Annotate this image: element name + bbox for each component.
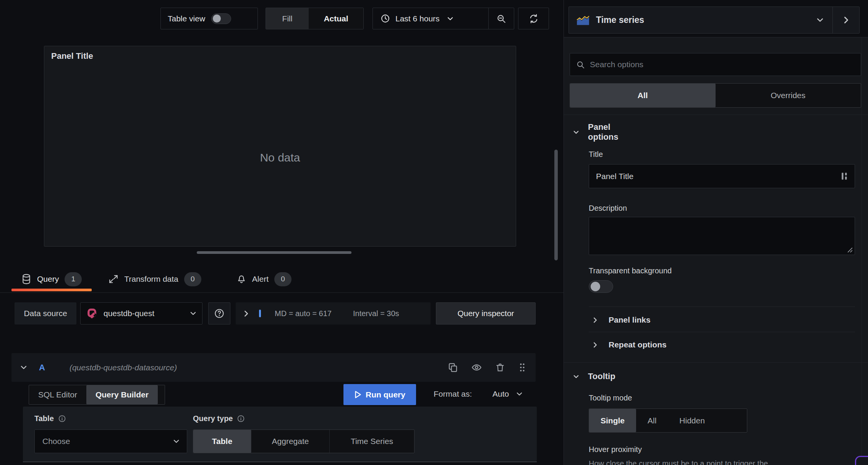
actual-option[interactable]: Actual — [309, 8, 363, 29]
toggle-knob — [213, 15, 221, 23]
tooltip-mode-hidden[interactable]: Hidden — [668, 409, 716, 432]
divider — [564, 115, 868, 115]
options-search-input[interactable] — [590, 60, 855, 69]
time-range-label: Last 6 hours — [395, 14, 440, 23]
info-icon — [58, 415, 66, 423]
filter-all-tab[interactable]: All — [570, 84, 716, 107]
collapse-pane-button[interactable] — [832, 7, 859, 33]
tabs-divider — [0, 292, 564, 293]
query-ref-id: A — [39, 363, 45, 373]
query-builder-option[interactable]: Query Builder — [86, 385, 158, 404]
interval-text: Interval = 30s — [353, 309, 399, 318]
datasource-label: Data source — [15, 302, 76, 325]
panel-preview-title: Panel Title — [51, 51, 93, 61]
query-options-cursor — [259, 310, 261, 317]
tooltip-mode-all[interactable]: All — [636, 409, 668, 432]
sql-editor-option[interactable]: SQL Editor — [29, 385, 86, 404]
database-icon — [21, 274, 31, 284]
duplicate-query-icon[interactable] — [448, 362, 458, 373]
tooltip-heading: Tooltip — [588, 371, 615, 381]
chevron-down-icon — [190, 312, 196, 315]
chevron-down-icon[interactable] — [21, 365, 27, 370]
tab-transform-label: Transform data — [124, 274, 178, 284]
query-inspector-button[interactable]: Query inspector — [436, 302, 536, 325]
horizontal-scrollbar[interactable] — [197, 251, 351, 254]
chevron-down-icon — [173, 439, 179, 443]
chevron-right-icon — [593, 342, 597, 348]
chevron-right-icon — [593, 317, 597, 323]
chevron-down-icon — [573, 131, 579, 134]
title-field-label: Title — [589, 150, 603, 159]
panel-title-field[interactable] — [589, 164, 855, 188]
search-icon — [576, 60, 585, 69]
editor-tabs: Query 1 Transform data 0 Alert 0 — [11, 267, 301, 291]
table-field-label-row: Table — [34, 414, 66, 423]
chevron-down-icon[interactable] — [517, 392, 522, 396]
section-divider — [23, 461, 537, 462]
suggestions-icon[interactable] — [840, 172, 849, 181]
tab-alert[interactable]: Alert 0 — [227, 267, 301, 291]
drag-handle-icon[interactable] — [518, 362, 526, 373]
query-row-header[interactable]: A (questdb-questdb-datasource) — [11, 353, 536, 382]
format-as-label: Format as: — [434, 389, 472, 399]
repeat-options-label: Repeat options — [609, 340, 667, 349]
divider — [589, 307, 855, 307]
vertical-scrollbar[interactable] — [554, 150, 558, 260]
query-type-table[interactable]: Table — [193, 430, 251, 453]
tab-query[interactable]: Query 1 — [11, 267, 92, 291]
query-type-label-row: Query type — [193, 414, 245, 423]
visualization-picker[interactable]: Time series — [568, 6, 860, 34]
options-search[interactable] — [570, 53, 861, 76]
query-options-collapsed[interactable]: MD = auto = 617 Interval = 30s — [236, 302, 431, 325]
query-type-switch: Table Aggregate Time Series — [193, 429, 415, 453]
tab-transform-data[interactable]: Transform data 0 — [99, 267, 211, 291]
table-field-label: Table — [34, 414, 54, 423]
description-textarea[interactable] — [589, 217, 855, 255]
timeseries-chart-icon — [577, 15, 589, 26]
datasource-help-button[interactable] — [208, 302, 230, 325]
clock-icon — [381, 14, 390, 23]
help-corner-button[interactable] — [855, 456, 868, 465]
query-type-aggregate[interactable]: Aggregate — [251, 430, 330, 453]
delete-query-icon[interactable] — [495, 362, 505, 373]
table-view-label: Table view — [168, 14, 205, 23]
panel-title-input[interactable] — [589, 172, 840, 181]
tooltip-mode-switch: Single All Hidden — [589, 408, 747, 433]
hover-proximity-description: How close the cursor must be to a point … — [589, 458, 856, 465]
query-type-time-series[interactable]: Time Series — [330, 430, 414, 453]
table-view-toggle[interactable] — [211, 13, 231, 24]
tooltip-mode-label: Tooltip mode — [589, 394, 632, 402]
table-select[interactable]: Choose — [34, 429, 187, 453]
description-field-label: Description — [589, 204, 627, 213]
toggle-knob — [591, 282, 600, 291]
tooltip-mode-single[interactable]: Single — [589, 409, 636, 432]
query-builder-form: Table Choose Query type Table Aggregate … — [23, 407, 537, 461]
tab-query-label: Query — [37, 274, 59, 284]
run-query-button[interactable]: Run query — [343, 384, 416, 405]
questdb-logo-icon — [87, 308, 99, 320]
resize-handle-icon[interactable] — [847, 247, 853, 253]
panel-preview: Panel Title No data — [44, 46, 516, 247]
query-datasource-hint: (questdb-questdb-datasource) — [70, 363, 177, 372]
table-view-control[interactable]: Table view — [160, 8, 258, 29]
transparent-background-toggle[interactable] — [589, 280, 613, 293]
tab-alert-count: 0 — [274, 272, 291, 286]
datasource-picker[interactable]: questdb-quest — [80, 302, 202, 325]
format-as-value[interactable]: Auto — [492, 389, 509, 399]
panel-links-section[interactable]: Panel links — [564, 312, 855, 328]
tab-alert-label: Alert — [252, 274, 269, 284]
refresh-button[interactable] — [518, 8, 549, 29]
divider — [589, 332, 855, 332]
play-icon — [354, 391, 361, 399]
time-range-picker[interactable]: Last 6 hours — [373, 8, 488, 29]
run-query-label: Run query — [366, 390, 405, 399]
grafana-panel-editor: { "toolbar": { "table_view_label": "Tabl… — [0, 0, 868, 465]
time-range-control: Last 6 hours — [372, 8, 514, 29]
hover-proximity-label: Hover proximity — [589, 445, 642, 454]
fill-option[interactable]: Fill — [266, 8, 309, 29]
zoom-out-button[interactable] — [489, 8, 514, 29]
bell-icon — [236, 274, 246, 284]
toggle-visibility-icon[interactable] — [471, 362, 482, 373]
filter-overrides-tab[interactable]: Overrides — [716, 84, 861, 107]
repeat-options-section[interactable]: Repeat options — [564, 336, 855, 353]
